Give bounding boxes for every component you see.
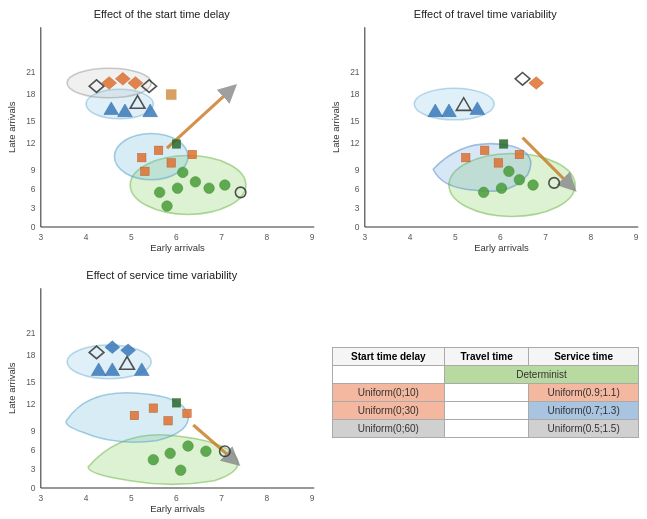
legend-row-gray: Uniform(0;60) Uniform(0.5;1.5): [332, 419, 639, 437]
legend-table: Start time delay Travel time Service tim…: [332, 347, 640, 438]
svg-text:Early arrivals: Early arrivals: [150, 242, 205, 253]
svg-text:Late arrivals: Late arrivals: [329, 101, 340, 153]
svg-rect-76: [461, 153, 469, 161]
svg-rect-78: [494, 159, 502, 167]
col-service-time: Service time: [529, 347, 639, 365]
svg-text:6: 6: [174, 493, 179, 503]
svg-rect-34: [154, 146, 162, 154]
svg-text:12: 12: [26, 399, 36, 409]
chart-top-left-title: Effect of the start time delay: [4, 8, 320, 20]
legend-cell-empty1: [332, 365, 445, 383]
svg-text:8: 8: [265, 493, 270, 503]
svg-text:3: 3: [362, 232, 367, 242]
svg-text:6: 6: [31, 446, 36, 456]
svg-rect-116: [164, 417, 172, 425]
svg-text:15: 15: [26, 116, 36, 126]
svg-point-73: [527, 180, 538, 191]
svg-text:8: 8: [588, 232, 593, 242]
svg-rect-77: [480, 146, 488, 154]
svg-text:9: 9: [31, 427, 36, 437]
legend-cell-uniform060: Uniform(0;60): [332, 419, 445, 437]
chart-bottom-left-area: 0 3 6 9 12 15 18 21 3 4 5 6 7 8 9 Early …: [4, 283, 320, 514]
svg-text:3: 3: [31, 465, 36, 475]
svg-text:9: 9: [310, 493, 315, 503]
svg-text:12: 12: [350, 138, 360, 148]
svg-point-71: [514, 174, 525, 185]
svg-point-109: [183, 441, 194, 452]
svg-text:21: 21: [26, 67, 36, 77]
svg-text:Early arrivals: Early arrivals: [150, 504, 205, 515]
svg-marker-85: [515, 72, 530, 85]
svg-rect-38: [141, 167, 149, 175]
svg-text:9: 9: [31, 165, 36, 175]
legend-cell-uniform09: Uniform(0.9;1.1): [529, 383, 639, 401]
legend-cell-empty4: [445, 419, 529, 437]
svg-point-74: [503, 166, 514, 177]
legend-row-blue: Uniform(0;30) Uniform(0.7;1.3): [332, 401, 639, 419]
svg-text:3: 3: [38, 232, 43, 242]
legend-cell-empty2: [445, 383, 529, 401]
svg-text:6: 6: [31, 184, 36, 194]
chart-top-left-area: 0 3 6 9 12 15 18 21 3 4 5 6 7 8 9 Early …: [4, 22, 320, 253]
svg-text:Early arrivals: Early arrivals: [474, 242, 529, 253]
svg-text:7: 7: [219, 232, 224, 242]
svg-point-112: [175, 465, 186, 476]
legend-cell-uniform05: Uniform(0.5;1.5): [529, 419, 639, 437]
svg-point-30: [220, 180, 231, 191]
svg-text:5: 5: [129, 232, 134, 242]
svg-text:5: 5: [129, 493, 134, 503]
svg-point-70: [496, 183, 507, 194]
svg-text:15: 15: [350, 116, 360, 126]
svg-text:0: 0: [31, 222, 36, 232]
svg-marker-86: [528, 77, 543, 90]
svg-point-72: [478, 187, 489, 198]
svg-text:6: 6: [174, 232, 179, 242]
svg-rect-36: [172, 140, 180, 148]
main-grid: Effect of the start time delay 0 3 6 9 1…: [0, 0, 647, 519]
svg-text:0: 0: [31, 484, 36, 494]
svg-text:7: 7: [219, 493, 224, 503]
legend-cell-determinist: Determinist: [445, 365, 639, 383]
chart-top-left: Effect of the start time delay 0 3 6 9 1…: [0, 0, 324, 261]
svg-rect-114: [130, 412, 138, 420]
chart-bottom-left: Effect of service time variability 0 3 6…: [0, 261, 324, 519]
svg-rect-79: [499, 140, 507, 148]
svg-text:12: 12: [26, 138, 36, 148]
svg-rect-115: [149, 404, 157, 412]
svg-point-31: [162, 201, 173, 212]
svg-rect-37: [188, 150, 196, 158]
svg-text:Late arrivals: Late arrivals: [6, 101, 17, 153]
svg-point-27: [154, 187, 165, 198]
svg-rect-118: [183, 410, 191, 418]
svg-text:Late arrivals: Late arrivals: [6, 363, 17, 415]
svg-text:3: 3: [31, 203, 36, 213]
svg-point-28: [204, 183, 215, 194]
svg-point-110: [148, 455, 159, 466]
svg-text:18: 18: [350, 89, 360, 99]
svg-text:18: 18: [26, 350, 36, 360]
svg-point-108: [165, 448, 176, 459]
chart-bottom-left-svg: 0 3 6 9 12 15 18 21 3 4 5 6 7 8 9 Early …: [4, 283, 320, 514]
svg-rect-80: [515, 150, 523, 158]
svg-text:5: 5: [452, 232, 457, 242]
svg-rect-117: [172, 399, 180, 407]
svg-rect-24: [166, 89, 177, 100]
svg-rect-35: [167, 159, 175, 167]
chart-top-left-svg: 0 3 6 9 12 15 18 21 3 4 5 6 7 8 9 Early …: [4, 22, 320, 253]
svg-text:4: 4: [84, 493, 89, 503]
svg-point-26: [190, 177, 201, 188]
legend-row-determinist: Determinist: [332, 365, 639, 383]
svg-text:6: 6: [354, 184, 359, 194]
svg-text:4: 4: [84, 232, 89, 242]
svg-text:9: 9: [633, 232, 638, 242]
svg-text:6: 6: [498, 232, 503, 242]
chart-top-right-area: 0 3 6 9 12 15 18 21 3 4 5 6 7 8 9 Early …: [328, 22, 644, 253]
svg-text:8: 8: [265, 232, 270, 242]
svg-text:15: 15: [26, 377, 36, 387]
col-start-time: Start time delay: [332, 347, 445, 365]
chart-top-right-title: Effect of travel time variability: [328, 8, 644, 20]
svg-text:7: 7: [543, 232, 548, 242]
legend-row-orange: Uniform(0;10) Uniform(0.9;1.1): [332, 383, 639, 401]
chart-top-right-svg: 0 3 6 9 12 15 18 21 3 4 5 6 7 8 9 Early …: [328, 22, 644, 253]
svg-text:3: 3: [354, 203, 359, 213]
